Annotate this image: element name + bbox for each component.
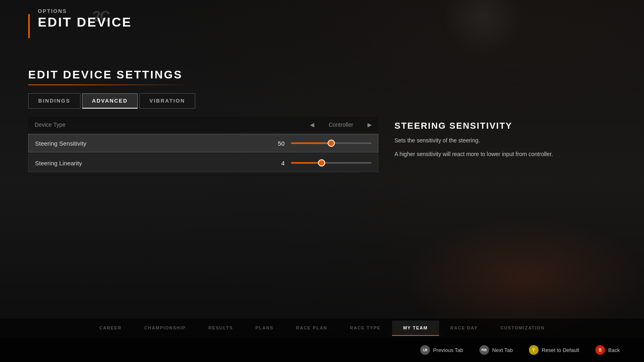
next-tab-btn[interactable]: RB Next Tab	[479, 345, 513, 355]
logo: 2C	[93, 8, 109, 25]
edit-device-title: EDIT DEVICE	[38, 15, 132, 30]
bottom-tab-plans[interactable]: PLANS	[244, 321, 285, 336]
slider-thumb[interactable]	[328, 140, 335, 147]
header-left: OPTIONS EDIT DEVICE	[38, 8, 132, 30]
steering-linearity-value: 4	[268, 160, 285, 167]
info-panel-desc2: A higher sensitivity will react more to …	[394, 150, 555, 158]
bottom-tab-my-team[interactable]: MY TEAM	[392, 321, 439, 336]
back-label: Back	[608, 347, 620, 353]
setting-row-steering-linearity[interactable]: Steering Linearity 4	[28, 154, 378, 172]
lb-button-icon: LB	[420, 345, 430, 355]
device-type-row: Device Type ◀ Controller ▶	[28, 117, 378, 133]
info-panel-desc1: Sets the sensitivity of the steering.	[394, 136, 555, 145]
tabs-container: BINDINGS ADVANCED VIBRATION	[28, 93, 616, 109]
bottom-bar: LB Previous Tab RB Next Tab Y Reset to D…	[0, 338, 644, 362]
info-panel: STEERING SENSITIVITY Sets the sensitivit…	[394, 117, 555, 173]
steering-sensitivity-value: 50	[268, 140, 285, 147]
slider-track-2	[291, 162, 372, 164]
device-nav: ◀ Controller ▶	[310, 121, 372, 128]
b-button-icon: B	[595, 345, 605, 355]
slider-track	[291, 142, 372, 144]
prev-tab-btn[interactable]: LB Previous Tab	[420, 345, 463, 355]
settings-left: Device Type ◀ Controller ▶ Steering Sens…	[28, 117, 378, 173]
tab-vibration[interactable]: VIBRATION	[139, 93, 195, 109]
y-button-icon: Y	[529, 345, 539, 355]
bottom-tab-customization[interactable]: CUSTOMIZATION	[489, 321, 556, 336]
bottom-nav-tabs: CAREER CHAMPIONSHIP RESULTS PLANS RACE P…	[0, 319, 644, 338]
bottom-tab-championship[interactable]: CHAMPIONSHIP	[133, 321, 197, 336]
page-title: EDIT DEVICE SETTINGS	[28, 68, 616, 81]
bottom-tab-race-day[interactable]: RACE DAY	[439, 321, 489, 336]
reset-default-btn[interactable]: Y Reset to Default	[529, 345, 579, 355]
tab-bindings[interactable]: BINDINGS	[28, 93, 80, 109]
steering-sensitivity-label: Steering Sensitivity	[35, 140, 268, 147]
bottom-tab-results[interactable]: RESULTS	[197, 321, 244, 336]
bottom-tab-race-type[interactable]: RACE TYPE	[339, 321, 392, 336]
prev-tab-label: Previous Tab	[433, 347, 463, 353]
setting-row-steering-sensitivity[interactable]: Steering Sensitivity 50	[28, 134, 378, 152]
slider-thumb-2[interactable]	[318, 159, 325, 167]
main-content: EDIT DEVICE SETTINGS BINDINGS ADVANCED V…	[0, 56, 644, 338]
reset-default-label: Reset to Default	[542, 347, 579, 353]
options-label: OPTIONS	[38, 8, 132, 14]
steering-sensitivity-slider[interactable]	[291, 139, 372, 147]
tab-advanced[interactable]: ADVANCED	[82, 93, 138, 109]
device-type-label: Device Type	[35, 121, 310, 128]
device-next-arrow[interactable]: ▶	[367, 121, 372, 128]
device-prev-arrow[interactable]: ◀	[310, 121, 314, 128]
steering-linearity-label: Steering Linearity	[35, 160, 268, 167]
slider-fill-2	[291, 162, 322, 164]
slider-fill	[291, 142, 331, 144]
bottom-tab-career[interactable]: CAREER	[88, 321, 133, 336]
bottom-tab-race-plan[interactable]: RACE PLAN	[285, 321, 339, 336]
rb-button-icon: RB	[479, 345, 489, 355]
top-header: OPTIONS EDIT DEVICE 2C	[0, 0, 644, 56]
device-name: Controller	[321, 121, 361, 128]
back-btn[interactable]: B Back	[595, 345, 620, 355]
next-tab-label: Next Tab	[492, 347, 513, 353]
title-underline	[28, 84, 616, 85]
header-divider	[28, 14, 30, 38]
info-panel-title: STEERING SENSITIVITY	[394, 121, 555, 131]
steering-linearity-slider[interactable]	[291, 159, 372, 167]
settings-area: Device Type ◀ Controller ▶ Steering Sens…	[28, 117, 616, 173]
